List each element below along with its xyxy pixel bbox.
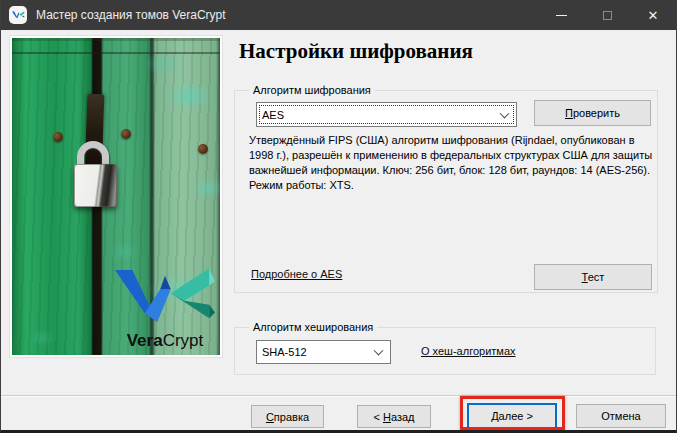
next-button[interactable]: Далее > — [467, 403, 557, 429]
bolt-decoration — [121, 129, 131, 139]
padlock-icon — [74, 164, 117, 207]
vc-monogram — [115, 268, 215, 326]
wizard-side-image: VeraCrypt — [9, 35, 223, 358]
veracrypt-app-icon — [9, 6, 27, 24]
minimize-icon — [556, 15, 567, 16]
maximize-icon — [603, 11, 612, 20]
maximize-button — [584, 0, 630, 30]
bolt-decoration — [198, 144, 208, 154]
titlebar: Мастер создания томов VeraCrypt ✕ — [1, 0, 676, 30]
cancel-button[interactable]: Отмена — [576, 404, 666, 428]
hash-algorithm-value: SHA-512 — [262, 346, 307, 358]
vc-logo-icon — [12, 10, 25, 20]
bolt-decoration — [53, 132, 63, 142]
back-button[interactable]: < Назад — [357, 405, 431, 428]
encryption-group-label: Алгоритм шифрования — [249, 84, 375, 96]
encryption-algorithm-value: AES — [262, 109, 284, 121]
hash-algorithm-select[interactable]: SHA-512 — [256, 340, 391, 364]
hash-group-label: Алгоритм хеширования — [249, 321, 377, 333]
veracrypt-wizard-window: Мастер создания томов VeraCrypt ✕ — [0, 0, 677, 433]
page-title: Настройки шифрования — [239, 39, 473, 64]
chevron-down-icon — [374, 346, 384, 356]
verify-button[interactable]: Проверить — [534, 100, 651, 126]
more-about-aes-link[interactable]: Подробнее о AES — [251, 268, 342, 280]
veracrypt-logo: VeraCrypt — [110, 268, 220, 351]
close-button[interactable]: ✕ — [630, 0, 676, 30]
veracrypt-wordmark: VeraCrypt — [110, 331, 220, 351]
footer-separator — [1, 395, 677, 397]
close-icon: ✕ — [648, 9, 659, 22]
encryption-algorithm-select[interactable]: AES — [256, 102, 517, 127]
minimize-button[interactable] — [538, 0, 584, 30]
window-title: Мастер создания томов VeraCrypt — [36, 8, 226, 22]
hash-info-link[interactable]: О хеш-алгоритмах — [421, 345, 516, 357]
test-button[interactable]: Тест — [534, 264, 652, 290]
green-door-photo: VeraCrypt — [12, 38, 220, 355]
help-button[interactable]: Справка — [251, 405, 324, 428]
algorithm-description: Утверждённый FIPS (США) алгоритм шифрова… — [249, 133, 653, 193]
chevron-down-icon — [500, 108, 510, 118]
window-controls: ✕ — [538, 0, 676, 30]
